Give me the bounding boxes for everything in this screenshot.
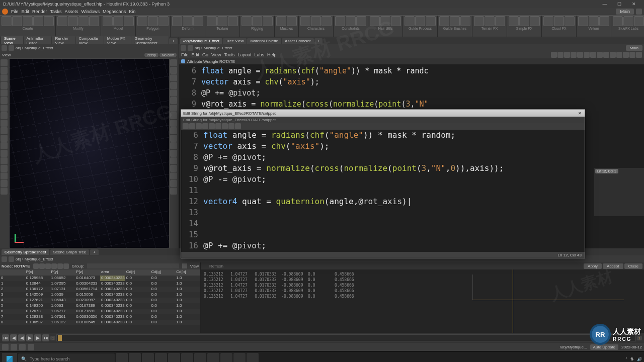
cell[interactable]: 1.0 — [175, 320, 200, 325]
tool-icon[interactable] — [170, 59, 177, 66]
tool-icon[interactable] — [170, 105, 177, 112]
col-header[interactable]: Cd[g] — [150, 269, 176, 276]
cell[interactable]: 0 — [0, 276, 25, 281]
cell[interactable]: 1.0639 — [50, 292, 75, 298]
cell[interactable]: 0.00836356 — [75, 314, 100, 320]
tool-icon[interactable] — [170, 97, 177, 104]
code-line[interactable]: 6float angle = radians(chf("angle")) * m… — [179, 65, 644, 76]
shelf-item-icon[interactable] — [370, 16, 380, 26]
step-fwd-icon[interactable]: ▶ — [34, 334, 41, 341]
taskbar-app-icon[interactable] — [181, 353, 193, 362]
start-button[interactable] — [2, 353, 17, 362]
tool-icon[interactable] — [1, 89, 8, 97]
shelf-item-icon[interactable] — [68, 16, 78, 26]
taskbar-app-icon[interactable] — [142, 353, 154, 362]
play-fwd-icon[interactable]: ▶ — [26, 334, 33, 341]
cell[interactable]: 0.0 — [125, 298, 150, 303]
cell[interactable]: 0.000340233 — [100, 281, 125, 287]
left-path[interactable]: obj › Mystique_Effect — [16, 46, 53, 50]
back-icon[interactable] — [2, 256, 7, 262]
cell[interactable]: 1.06717 — [50, 309, 75, 314]
tool-icon[interactable] — [1, 180, 8, 187]
cell[interactable]: 0.0 — [150, 314, 176, 320]
col-header[interactable]: P[y] — [50, 269, 75, 276]
cam-pill[interactable]: No cam — [159, 53, 177, 57]
shelf-item-icon[interactable] — [405, 16, 415, 26]
shelf-item-icon[interactable] — [23, 16, 33, 26]
code-line[interactable]: 7vector axis = chv("axis"); — [181, 141, 585, 152]
tool-icon[interactable] — [1, 150, 8, 157]
shelf-item-icon[interactable] — [623, 16, 633, 26]
cell[interactable]: 0.0 — [125, 309, 150, 314]
shelf-item-icon[interactable] — [2, 16, 12, 26]
tool-icon[interactable] — [170, 188, 177, 195]
apply-button[interactable]: Apply — [584, 263, 602, 269]
code-line[interactable]: 14 — [181, 218, 585, 229]
panel-tool-icon[interactable] — [577, 52, 583, 58]
code-line[interactable]: 8@P += @pivot; — [181, 152, 585, 163]
shelf-item-icon[interactable] — [415, 16, 425, 26]
cell[interactable]: 0.0 — [125, 314, 150, 320]
tool-icon[interactable] — [1, 157, 8, 164]
shelf-item-icon[interactable] — [217, 16, 227, 26]
cell[interactable]: 1.0 — [175, 309, 200, 314]
shelf-item-icon[interactable] — [148, 16, 158, 26]
tool-icon[interactable] — [1, 74, 8, 81]
cell[interactable]: 0.0188545 — [75, 320, 100, 325]
tool-icon[interactable] — [170, 127, 177, 134]
cell[interactable]: 0.0 — [150, 276, 176, 281]
cell[interactable]: 6 — [0, 309, 25, 314]
tool-icon[interactable] — [170, 67, 177, 74]
tool-icon[interactable] — [170, 112, 177, 119]
editor-tool-icon[interactable] — [228, 123, 234, 129]
timeline-track[interactable] — [56, 334, 635, 341]
shelf-item-icon[interactable] — [276, 16, 286, 26]
back-icon[interactable] — [2, 45, 7, 51]
status-icon[interactable] — [2, 344, 9, 350]
shelf-item-icon[interactable] — [530, 16, 540, 26]
editor-tool-icon[interactable] — [189, 123, 195, 129]
cell[interactable]: 0.00561714 — [75, 287, 100, 292]
cell[interactable]: 0.129388 — [25, 314, 50, 320]
shelf-item-icon[interactable] — [193, 16, 203, 26]
fwd-icon[interactable] — [9, 256, 14, 262]
cell[interactable]: 0.000340233 — [100, 292, 125, 298]
code-line[interactable]: 16@P += @pivot; — [181, 240, 585, 251]
right-path[interactable]: obj › Mystique_Effect — [195, 46, 232, 50]
filter-icon[interactable] — [182, 263, 187, 268]
cell[interactable]: 0.000340233 — [100, 320, 125, 325]
fwd-icon[interactable] — [188, 45, 193, 51]
taskbar-search[interactable]: 🔍 Type here to search — [18, 353, 115, 362]
taskbar-app-icon[interactable] — [155, 353, 167, 362]
playhead-icon[interactable] — [513, 269, 513, 333]
desktop-selector[interactable]: Main — [616, 9, 634, 15]
editor-tool-icon[interactable] — [235, 123, 241, 129]
tool-icon[interactable] — [170, 172, 177, 179]
code-line[interactable]: 13 — [181, 207, 585, 218]
cell[interactable]: 1.0 — [175, 303, 200, 309]
cell[interactable]: 1.06122 — [50, 320, 75, 325]
table-row[interactable]: 60.126731.067170.01716910.0003402330.00.… — [0, 309, 200, 314]
panel-tool-icon[interactable] — [597, 52, 603, 58]
shelf-item-icon[interactable] — [335, 16, 345, 26]
code-line[interactable]: 9v@rot_axis = normalize(cross(normalize(… — [181, 163, 585, 174]
cell[interactable]: 1.0 — [175, 276, 200, 281]
close-button[interactable]: ✕ — [627, 1, 641, 8]
tool-icon[interactable] — [170, 135, 177, 142]
sheet-mode-icon[interactable] — [57, 263, 63, 269]
cell[interactable]: 1.0 — [175, 292, 200, 298]
tool-icon[interactable] — [170, 142, 177, 149]
shelf-item-icon[interactable] — [228, 16, 238, 26]
tool-icon[interactable] — [1, 172, 8, 179]
status-icon[interactable] — [28, 344, 34, 350]
col-header[interactable]: Cd[b] — [175, 269, 200, 276]
cell[interactable]: 8 — [0, 320, 25, 325]
viewport-3d[interactable]: 人人素材 RRCG — [9, 58, 170, 248]
tool-icon[interactable] — [1, 112, 8, 119]
code-line[interactable]: 15 — [181, 229, 585, 240]
cell[interactable]: 0.000340233 — [100, 314, 125, 320]
shelf-item-icon[interactable] — [485, 16, 495, 26]
cell[interactable]: 1.05843 — [50, 298, 75, 303]
cell[interactable]: 0.0 — [150, 303, 176, 309]
cell[interactable]: 0.12673 — [25, 309, 50, 314]
